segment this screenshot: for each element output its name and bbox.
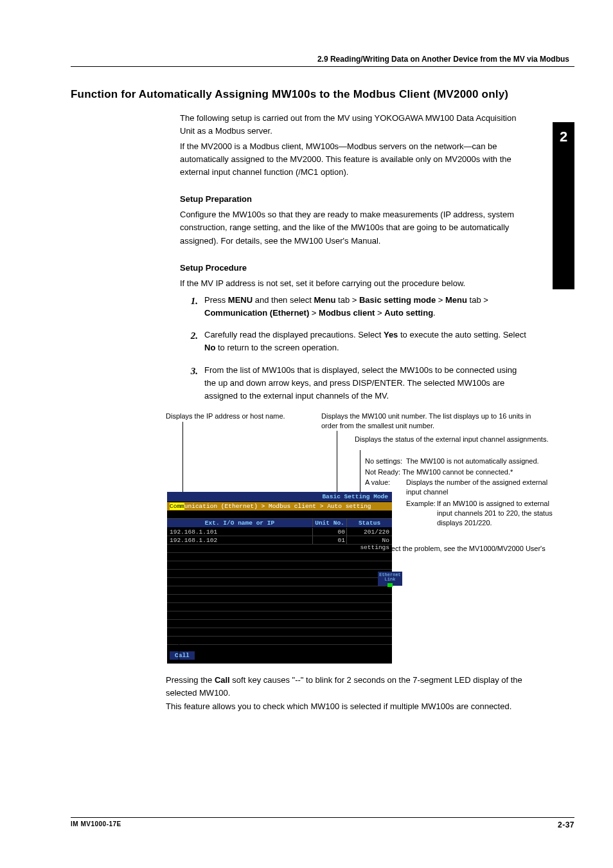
correct-note: To correct the problem, see the MV1000/M…: [365, 545, 546, 562]
table-row: [167, 637, 392, 645]
footer-page-num: 2-37: [558, 820, 574, 829]
example-val: If an MW100 is assigned to external inpu…: [437, 499, 558, 529]
nosettings-val: The MW100 is not automatically assigned.: [406, 457, 558, 466]
page-title: Function for Automatically Assigning MW1…: [71, 86, 574, 103]
step-1: 1. Press MENU and then select Menu tab >…: [180, 294, 530, 320]
example-key: Example:: [406, 499, 437, 529]
ss-mode: Basic Setting Mode: [167, 492, 392, 502]
table-row: [167, 595, 392, 603]
footer-doc-id: IM MV1000-17E: [71, 820, 121, 829]
callout-unit: Displays the MW100 unit number. The list…: [321, 411, 546, 431]
setup-prep-text: Configure the MW100s so that they are re…: [180, 208, 530, 247]
post-p2: This feature allows you to check which M…: [166, 700, 545, 713]
page-footer: IM MV1000-17E 2-37: [71, 817, 574, 829]
link-led-icon: [387, 583, 393, 587]
table-row: [167, 578, 392, 586]
value-val: Displays the number of the assigned exte…: [406, 478, 558, 498]
table-row: [167, 611, 392, 620]
col-header-name: Ext. I/O name or IP: [167, 519, 312, 527]
table-row[interactable]: 192.168.1.102 01 No settings: [167, 536, 392, 545]
callout-status-head: Displays the status of the external inpu…: [355, 435, 560, 444]
section-header: 2.9 Reading/Writing Data on Another Devi…: [71, 55, 574, 67]
table-row: [167, 603, 392, 611]
setup-proc-heading: Setup Procedure: [180, 262, 530, 275]
intro-p1: The following setup is carried out from …: [180, 112, 530, 138]
chapter-number: 2: [553, 122, 574, 145]
intro-p2: If the MV2000 is a Modbus client, MW100s…: [180, 140, 530, 179]
col-header-unit: Unit No.: [312, 519, 347, 527]
step-3: 3. From the list of MW100s that is displ…: [180, 364, 530, 402]
step-2: 2. Carefully read the displayed precauti…: [180, 329, 530, 354]
device-screenshot: Basic Setting Mode Communication (Ethern…: [167, 492, 392, 664]
table-row: [167, 628, 392, 637]
post-p1: Pressing the Call soft key causes "--" t…: [166, 674, 545, 699]
table-row: [167, 553, 392, 561]
table-row: [167, 620, 392, 628]
table-row: [167, 561, 392, 570]
table-row: [167, 570, 392, 578]
leader-line: [179, 643, 179, 662]
table-row[interactable]: 192.168.1.101 00 201/220: [167, 528, 392, 536]
setup-proc-intro: If the MV IP address is not set, set it …: [180, 277, 530, 290]
notready: Not Ready: The MW100 cannot be connected…: [365, 467, 558, 477]
chapter-title: Using the Ethernet Interface: [563, 157, 572, 260]
ss-breadcrumb: Communication (Ethernet) > Modbus client…: [167, 502, 392, 511]
nosettings-key: No settings:: [365, 457, 406, 466]
table-row: [167, 586, 392, 595]
callout-ip: Displays the IP address or host name.: [166, 411, 314, 421]
call-softkey[interactable]: Call: [170, 651, 195, 660]
setup-prep-heading: Setup Preparation: [180, 193, 530, 206]
table-row: [167, 545, 392, 553]
col-header-status: Status: [347, 519, 392, 527]
ethernet-link-icon: Ethernet Link: [378, 572, 402, 586]
